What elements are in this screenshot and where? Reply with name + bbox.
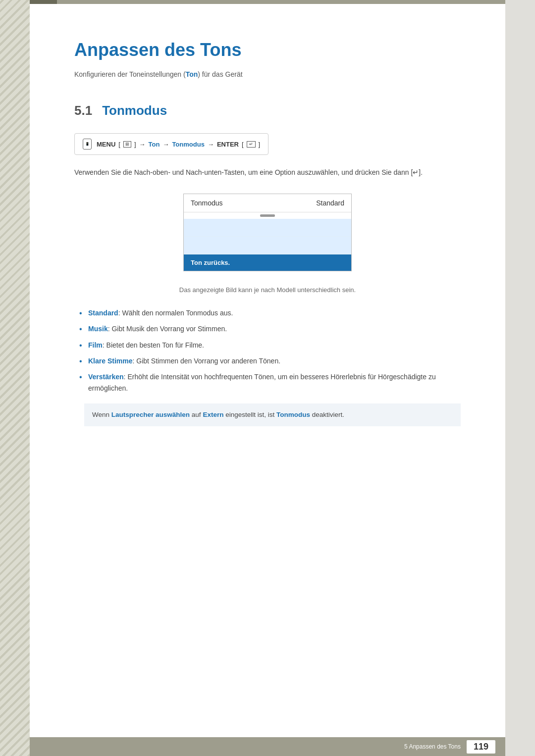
menu-keyword: MENU — [97, 141, 115, 148]
section-description: Verwenden Sie die Nach-oben- und Nach-un… — [74, 167, 461, 179]
enter-keyword: ENTER — [217, 141, 239, 148]
page-subtitle: Konfigurieren der Toneinstellungen (Ton)… — [74, 70, 461, 78]
scroll-indicator — [184, 212, 351, 219]
mockup-value: Standard — [316, 199, 344, 207]
arrow3: → — [208, 141, 214, 148]
enter-bracket-close: ] — [259, 141, 261, 148]
list-item: Standard: Wählt den normalen Tonmodus au… — [79, 307, 461, 318]
section-number: 5.1 — [74, 103, 92, 118]
enter-icon: ↵ — [247, 141, 256, 148]
menu-item1: Ton — [149, 141, 160, 148]
bullet-list: Standard: Wählt den normalen Tonmodus au… — [79, 307, 461, 394]
scroll-dot — [260, 214, 275, 217]
top-bar — [30, 0, 505, 4]
note-box: Wenn Lautsprecher auswählen auf Extern e… — [84, 403, 461, 426]
mockup-header: Tonmodus Standard — [184, 194, 351, 212]
left-decorative-strip — [0, 0, 30, 756]
list-item: Klare Stimme: Gibt Stimmen den Vorrang v… — [79, 355, 461, 366]
enter-bracket-open: [ — [242, 141, 244, 148]
arrow1: → — [139, 141, 146, 148]
arrow2: → — [162, 141, 169, 148]
mockup-row-empty-1 — [184, 219, 351, 237]
list-item: Film: Bietet den besten Ton für Filme. — [79, 340, 461, 351]
page-number: 119 — [467, 740, 495, 754]
ui-mockup: Tonmodus Standard Ton zurücks. — [74, 194, 461, 271]
mockup-selected-row: Ton zurücks. — [184, 254, 351, 271]
menu-bracket-open: [ — [118, 141, 120, 148]
menu-bracket-close: ] — [134, 141, 136, 148]
menu-item2: Tonmodus — [172, 141, 204, 148]
remote-icon: 📱 — [83, 139, 92, 150]
section-title: Tonmodus — [102, 103, 167, 118]
list-item: Musik: Gibt Musik den Vorrang vor Stimme… — [79, 323, 461, 334]
section-header: 5.1 Tonmodus — [74, 103, 461, 118]
mockup-label: Tonmodus — [191, 199, 223, 207]
list-item: Verstärken: Erhöht die Intensität von ho… — [79, 371, 461, 394]
footer-text: 5 Anpassen des Tons — [404, 743, 461, 750]
top-bar-accent — [30, 0, 57, 4]
page-footer: 5 Anpassen des Tons 119 — [30, 737, 505, 756]
image-note: Das angezeigte Bild kann je nach Modell … — [74, 286, 461, 294]
mockup-window: Tonmodus Standard Ton zurücks. — [183, 194, 352, 271]
menu-path-box: 📱 MENU [ ⊞ ] → Ton → Tonmodus → ENTER [ … — [74, 133, 268, 155]
right-decorative-strip — [505, 0, 535, 756]
mockup-row-empty-2 — [184, 237, 351, 254]
page-title: Anpassen des Tons — [74, 40, 461, 60]
grid-icon: ⊞ — [123, 141, 131, 148]
